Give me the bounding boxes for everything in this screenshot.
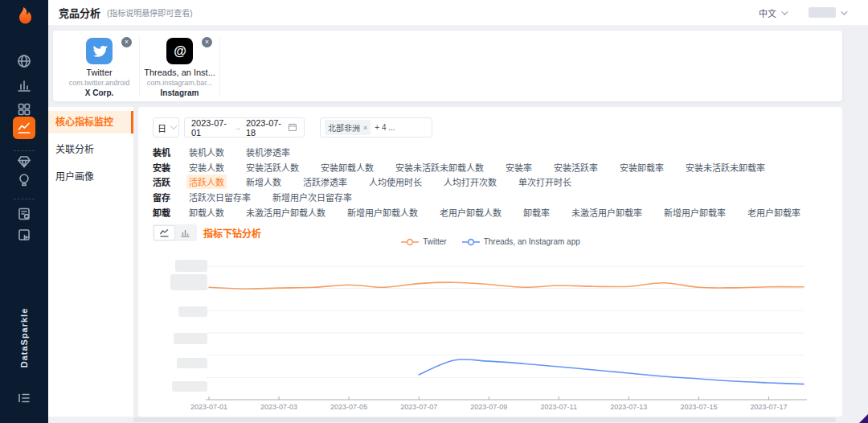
app-publisher: X Corp. xyxy=(59,88,139,97)
y-axis-label-redacted xyxy=(172,381,207,392)
menu-item[interactable]: 核心指标监控 xyxy=(48,111,133,133)
user-menu-redacted[interactable] xyxy=(809,7,836,18)
date-start: 2023-07-01 xyxy=(191,118,228,138)
metric-group-label: 留存 xyxy=(153,191,186,203)
metric-item[interactable]: 老用户卸载人数 xyxy=(437,205,504,220)
y-axis-label-redacted xyxy=(178,306,207,317)
metric-item[interactable]: 装机人数 xyxy=(186,145,227,159)
metric-item[interactable]: 安装未活跃未卸载率 xyxy=(683,160,768,175)
app-publisher: Instagram xyxy=(140,88,219,97)
chevron-down-icon[interactable] xyxy=(781,8,788,14)
granularity-select[interactable]: 日 xyxy=(153,117,179,138)
chevron-down-icon[interactable] xyxy=(841,8,847,14)
flame-logo-icon[interactable] xyxy=(14,6,34,27)
doc-gear-icon[interactable] xyxy=(17,207,31,221)
menu-item[interactable]: 用户画像 xyxy=(48,166,133,188)
metric-item[interactable]: 活跃渗透率 xyxy=(301,175,350,189)
app-name: Twitter xyxy=(59,68,139,77)
metric-item[interactable]: 安装活跃率 xyxy=(551,160,600,175)
app-card[interactable]: × @ Threads, an Inst... com.instagram.ba… xyxy=(140,36,220,96)
svg-text:@: @ xyxy=(174,44,186,58)
app-card[interactable]: × Twitter com.twitter.android X Corp. xyxy=(59,36,140,96)
metric-item[interactable]: 装机渗透率 xyxy=(244,145,293,159)
legend-marker-icon xyxy=(400,238,420,246)
series-line xyxy=(419,359,804,384)
legend-item[interactable]: Twitter xyxy=(400,237,446,246)
chart-legend: Twitter Threads, an Instagram app xyxy=(138,237,842,246)
grid-apps-icon[interactable] xyxy=(17,102,31,117)
globe-icon[interactable] xyxy=(17,54,31,68)
metric-item[interactable]: 安装卸载率 xyxy=(617,160,666,175)
app-package: com.instagram.bar... xyxy=(140,79,219,87)
y-axis-label-redacted xyxy=(170,274,207,290)
metric-item[interactable]: 人均打开次数 xyxy=(441,175,499,189)
metric-group-label: 卸载 xyxy=(153,206,186,219)
metric-item[interactable]: 安装人数 xyxy=(186,160,227,175)
metric-item[interactable]: 单次打开时长 xyxy=(516,175,574,189)
metric-item[interactable]: 未激活用户卸载人数 xyxy=(244,205,328,220)
horizontal-scrollbar[interactable] xyxy=(133,417,836,422)
remove-app-button[interactable]: × xyxy=(121,37,132,47)
metric-item[interactable]: 安装活跃人数 xyxy=(244,160,301,175)
menu-item[interactable]: 关联分析 xyxy=(48,138,133,161)
metric-group-label: 活跃 xyxy=(153,175,186,188)
x-axis-tick-label: 2023-07-01 xyxy=(190,403,227,411)
gem-icon[interactable] xyxy=(17,154,31,169)
metric-group-row: 装机装机人数装机渗透率 xyxy=(153,145,834,160)
region-select[interactable]: 北部非洲 × + 4 ... xyxy=(320,117,432,138)
remove-region-icon[interactable]: × xyxy=(363,124,367,132)
metric-group-row: 安装安装人数安装活跃人数安装卸载人数安装未活跃未卸载人数安装率安装活跃率安装卸载… xyxy=(153,160,834,175)
legend-marker-icon xyxy=(461,238,481,246)
metric-group-row: 卸载卸载人数未激活用户卸载人数新增用户卸载人数老用户卸载人数卸载率未激活用户卸载… xyxy=(153,204,834,220)
remove-app-button[interactable]: × xyxy=(202,37,212,47)
date-end: 2023-07-18 xyxy=(246,118,283,138)
list-icon[interactable] xyxy=(17,391,31,405)
series-line xyxy=(209,282,804,289)
divider xyxy=(14,150,35,151)
sidebar: DataSparkle xyxy=(0,0,48,423)
legend-item[interactable]: Threads, an Instagram app xyxy=(461,237,580,246)
y-axis-label-redacted xyxy=(177,358,207,368)
language-selector[interactable]: 中文 xyxy=(759,6,776,19)
metric-group-row: 活跃活跃人数新增人数活跃渗透率人均使用时长人均打开次数单次打开时长 xyxy=(153,175,834,190)
line-chart-icon[interactable] xyxy=(13,117,35,139)
app-package: com.twitter.android xyxy=(59,79,139,87)
metric-item[interactable]: 活跃人数 xyxy=(186,175,227,189)
metric-item[interactable]: 未激活用户卸载率 xyxy=(569,205,645,220)
region-tag-label: 北部非洲 xyxy=(328,121,360,133)
metric-item[interactable]: 人均使用时长 xyxy=(366,175,424,189)
brand-name: DataSparkle xyxy=(19,308,29,368)
x-axis-tick-label: 2023-07-11 xyxy=(541,403,577,411)
metric-groups: 装机装机人数装机渗透率安装安装人数安装活跃人数安装卸载人数安装未活跃未卸载人数安… xyxy=(153,145,834,220)
date-range-picker[interactable]: 2023-07-01 → 2023-07-18 xyxy=(184,117,305,138)
compared-apps-panel: × Twitter com.twitter.android X Corp.× @… xyxy=(53,31,842,101)
metric-item[interactable]: 卸载人数 xyxy=(186,205,227,220)
bar-chart-icon[interactable] xyxy=(17,78,31,92)
balloon-icon[interactable] xyxy=(17,173,31,187)
metric-item[interactable]: 新增人数 xyxy=(244,175,284,189)
x-axis-tick-label: 2023-07-05 xyxy=(330,403,367,411)
metric-group-row: 留存活跃次日留存率新增用户次日留存率 xyxy=(153,190,834,205)
y-axis-label-redacted xyxy=(174,333,207,344)
granularity-value: 日 xyxy=(158,121,166,134)
metric-item[interactable]: 新增用户次日留存率 xyxy=(270,190,354,204)
region-tag: 北部非洲 × xyxy=(325,120,371,135)
threads-icon: @ xyxy=(166,38,193,64)
top-bar: 竞品分析 (指标说明悬停即可查看) 中文 xyxy=(48,0,868,26)
page-hint: (指标说明悬停即可查看) xyxy=(107,6,193,18)
metric-item[interactable]: 新增用户卸载率 xyxy=(661,205,728,220)
legend-label: Threads, an Instagram app xyxy=(484,237,580,246)
metric-item[interactable]: 安装未活跃未卸载人数 xyxy=(393,160,486,175)
metric-item[interactable]: 新增用户卸载人数 xyxy=(345,205,420,220)
chart[interactable]: 2023-07-012023-07-032023-07-052023-07-07… xyxy=(138,250,842,411)
metric-item[interactable]: 老用户卸载率 xyxy=(745,205,803,220)
x-axis-tick-label: 2023-07-17 xyxy=(750,403,787,411)
metric-item[interactable]: 卸载率 xyxy=(521,205,552,220)
x-axis-tick-label: 2023-07-15 xyxy=(680,403,717,411)
metric-item[interactable]: 安装卸载人数 xyxy=(318,160,376,175)
bookmark-card-icon[interactable] xyxy=(17,228,31,242)
metric-item[interactable]: 活跃次日留存率 xyxy=(186,190,253,204)
widget-corner[interactable] xyxy=(859,414,868,423)
x-axis-tick-label: 2023-07-03 xyxy=(260,403,297,411)
metric-item[interactable]: 安装率 xyxy=(503,160,534,175)
